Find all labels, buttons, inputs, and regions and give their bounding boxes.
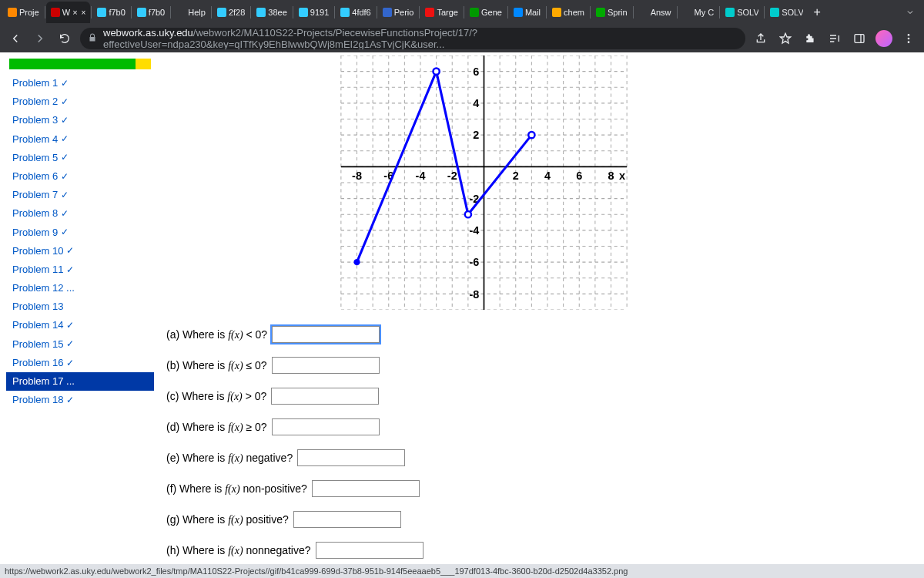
check-icon: ✓ — [66, 357, 74, 370]
tab-16[interactable]: My C — [678, 2, 719, 23]
tab-9[interactable]: Perio — [378, 2, 419, 23]
svg-point-63 — [434, 69, 440, 75]
profile-avatar[interactable] — [875, 29, 893, 48]
problem-link-17[interactable]: Problem 17 ... — [6, 372, 154, 391]
favicon — [51, 8, 60, 17]
favicon — [425, 8, 434, 17]
tab-15[interactable]: Answ — [634, 2, 676, 23]
svg-point-4 — [908, 41, 910, 43]
answer-input-h[interactable] — [316, 542, 424, 559]
svg-text:x: x — [619, 170, 625, 182]
chevron-down-icon[interactable] — [906, 8, 915, 17]
problem-link-10[interactable]: Problem 10✓ — [6, 242, 154, 260]
url-text: webwork.as.uky.edu/webwork2/MA110S22-Pro… — [103, 28, 738, 49]
tab-6[interactable]: 38ee — [252, 2, 291, 23]
answer-input-a[interactable] — [272, 326, 380, 343]
tab-13[interactable]: chem — [547, 2, 589, 23]
favicon — [683, 8, 692, 17]
problem-link-9[interactable]: Problem 9✓ — [6, 223, 154, 242]
svg-line-60 — [437, 72, 468, 215]
svg-text:-2: -2 — [447, 170, 457, 182]
main-area: -8-6-4-22468x 642-2-4-6-8 (a) Where is f… — [154, 52, 924, 564]
question-b: (b) Where is f(x) ≤ 0? — [166, 350, 912, 381]
new-tab-button[interactable]: + — [808, 3, 826, 22]
problem-link-3[interactable]: Problem 3✓ — [6, 111, 154, 129]
svg-text:-8: -8 — [352, 170, 362, 182]
answer-input-b[interactable] — [272, 357, 380, 374]
tab-label: Targe — [437, 8, 458, 17]
favicon — [340, 8, 350, 17]
favicon — [299, 8, 308, 17]
problem-link-14[interactable]: Problem 14✓ — [6, 316, 154, 334]
problem-link-4[interactable]: Problem 4✓ — [6, 130, 154, 149]
answer-input-f[interactable] — [312, 480, 420, 497]
tab-4[interactable]: Help — [172, 2, 210, 23]
tab-label: f7b0 — [149, 8, 165, 17]
graph: -8-6-4-22468x 642-2-4-6-8 — [328, 55, 640, 310]
check-icon: ✓ — [66, 319, 74, 332]
svg-text:8: 8 — [608, 170, 614, 182]
tab-12[interactable]: Mail — [509, 2, 545, 23]
extensions-icon[interactable] — [801, 29, 819, 48]
tab-label: Proje — [19, 8, 39, 17]
tab-11[interactable]: Gene — [465, 2, 507, 23]
problem-link-6[interactable]: Problem 6✓ — [6, 167, 154, 186]
tab-3[interactable]: f7b0 — [132, 2, 169, 23]
tab-1[interactable]: W ×× — [46, 2, 91, 23]
answer-input-e[interactable] — [297, 449, 405, 466]
check-icon: ✓ — [66, 394, 74, 407]
tab-label: SOLV — [737, 8, 758, 17]
svg-text:4: 4 — [473, 97, 479, 109]
problem-link-12[interactable]: Problem 12 ... — [6, 279, 154, 297]
favicon — [770, 8, 779, 17]
favicon — [256, 8, 266, 17]
tab-10[interactable]: Targe — [420, 2, 463, 23]
problem-link-18[interactable]: Problem 18✓ — [6, 391, 154, 409]
browser-chrome: ProjeW ××f7b0f7b0Help2f2838ee91914fdf6Pe… — [0, 0, 924, 52]
svg-text:6: 6 — [473, 66, 479, 78]
tab-8[interactable]: 4fdf6 — [336, 2, 375, 23]
svg-point-64 — [465, 211, 471, 217]
tab-0[interactable]: Proje — [3, 2, 44, 23]
close-icon[interactable]: × — [82, 8, 86, 17]
svg-text:2: 2 — [513, 170, 519, 182]
forward-button[interactable] — [31, 29, 49, 48]
tab-label: Mail — [525, 8, 541, 17]
toolbar: webwork.as.uky.edu/webwork2/MA110S22-Pro… — [0, 25, 924, 52]
share-icon[interactable] — [752, 29, 770, 48]
problem-link-2[interactable]: Problem 2✓ — [6, 92, 154, 111]
reading-list-icon[interactable] — [825, 29, 844, 48]
back-button[interactable] — [6, 29, 25, 48]
problem-link-7[interactable]: Problem 7✓ — [6, 186, 154, 204]
tab-18[interactable]: SOLV — [765, 2, 808, 23]
answer-input-d[interactable] — [272, 418, 380, 435]
reload-button[interactable] — [55, 29, 74, 48]
favicon — [217, 8, 226, 17]
tab-2[interactable]: f7b0 — [92, 2, 129, 23]
tab-7[interactable]: 9191 — [294, 2, 333, 23]
check-icon: ✓ — [66, 264, 74, 277]
side-panel-icon[interactable] — [850, 29, 869, 48]
problem-link-11[interactable]: Problem 11✓ — [6, 260, 154, 279]
answer-input-c[interactable] — [271, 388, 379, 405]
tab-14[interactable]: Sprin — [591, 2, 632, 23]
problem-link-5[interactable]: Problem 5✓ — [6, 149, 154, 167]
answer-input-g[interactable] — [293, 511, 401, 528]
problem-link-1[interactable]: Problem 1✓ — [6, 74, 154, 92]
favicon — [176, 8, 186, 17]
tab-label: Perio — [394, 8, 414, 17]
address-bar[interactable]: webwork.as.uky.edu/webwork2/MA110S22-Pro… — [80, 28, 745, 49]
menu-icon[interactable] — [899, 29, 918, 48]
problem-link-15[interactable]: Problem 15✓ — [6, 335, 154, 354]
star-icon[interactable] — [776, 29, 795, 48]
problem-link-13[interactable]: Problem 13 — [6, 297, 154, 316]
problem-link-16[interactable]: Problem 16✓ — [6, 354, 154, 372]
svg-text:-4: -4 — [469, 224, 479, 237]
status-bar: https://webwork2.as.uky.edu/webwork2_fil… — [0, 564, 924, 578]
tab-5[interactable]: 2f28 — [213, 2, 249, 23]
svg-point-65 — [528, 132, 534, 138]
tab-17[interactable]: SOLV — [721, 2, 763, 23]
problem-link-8[interactable]: Problem 8✓ — [6, 204, 154, 223]
tab-label: 38ee — [268, 8, 286, 17]
favicon — [8, 8, 17, 17]
